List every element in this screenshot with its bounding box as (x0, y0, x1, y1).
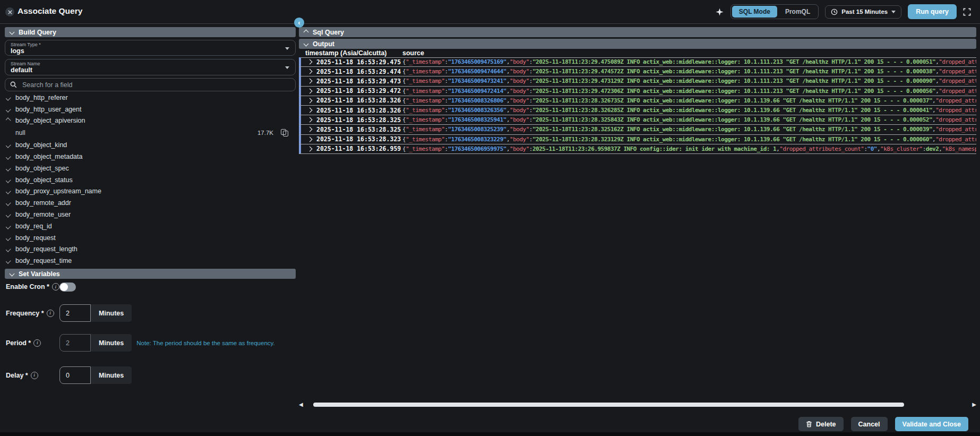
stream-type-select[interactable]: Stream Type * logs (5, 40, 296, 56)
field-item[interactable]: body_req_id (6, 220, 295, 232)
delay-input[interactable] (59, 366, 91, 384)
expand-row-icon[interactable] (307, 136, 313, 142)
copy-icon[interactable] (281, 129, 288, 136)
cancel-button[interactable]: Cancel (851, 417, 888, 431)
fullscreen-icon[interactable] (963, 8, 971, 16)
query-mode-toggle: SQL Mode PromQL (730, 4, 819, 19)
frequency-row: Frequency * i Minutes (6, 304, 132, 322)
output-table-header: timestamp (Asia/Calcutta) source (299, 49, 976, 58)
field-item[interactable]: body_request_time (6, 255, 295, 267)
field-item[interactable]: body_proxy_upstream_name (6, 186, 295, 198)
field-item[interactable]: body_request (6, 232, 295, 244)
field-item[interactable]: body_object_spec (6, 163, 295, 174)
field-search (5, 78, 296, 91)
frequency-input[interactable] (59, 304, 91, 322)
sparkle-icon[interactable] (715, 7, 724, 16)
row-source: {"_timestamp":"1763465008325239","body":… (402, 126, 976, 133)
build-query-header[interactable]: Build Query (5, 27, 296, 37)
period-unit: Minutes (91, 334, 132, 352)
output-row[interactable]: 2025-11-18 16:53:29.474{"_timestamp":"17… (299, 67, 976, 76)
field-item[interactable]: body_remote_user (6, 209, 295, 220)
output-row[interactable]: 2025-11-18 16:53:28.323{"_timestamp":"17… (299, 135, 976, 144)
output-row[interactable]: 2025-11-18 16:53:28.325{"_timestamp":"17… (299, 115, 976, 125)
field-item[interactable]: body_remote_addr (6, 197, 295, 209)
associate-query-dialog: Associate Query SQL Mode PromQL Past 15 … (0, 0, 980, 436)
search-icon (10, 81, 17, 88)
info-icon: i (33, 339, 41, 347)
row-timestamp: 2025-11-18 16:53:29.473 (299, 78, 402, 85)
field-name: body_object_spec (15, 165, 69, 172)
output-row[interactable]: 2025-11-18 16:53:26.959{"_timestamp":"17… (299, 144, 976, 154)
scroll-left-arrow[interactable]: ◀ (299, 401, 303, 408)
field-item[interactable]: body_http_referer (6, 92, 295, 104)
search-input[interactable] (21, 81, 290, 89)
output-title: Output (313, 40, 334, 48)
field-item[interactable]: body_http_user_agent (6, 104, 295, 115)
period-note: Note: The period should be the same as f… (136, 340, 274, 346)
output-row[interactable]: 2025-11-18 16:53:29.475{"_timestamp":"17… (299, 57, 976, 67)
expand-row-icon[interactable] (307, 79, 313, 84)
expand-row-icon[interactable] (307, 98, 313, 103)
delete-button[interactable]: Delete (798, 417, 844, 431)
field-name: body_remote_user (15, 211, 71, 218)
run-query-button[interactable]: Run query (908, 4, 957, 19)
sql-mode-button[interactable]: SQL Mode (732, 6, 777, 18)
source-column-header: source (402, 49, 976, 57)
close-button[interactable] (5, 7, 14, 16)
sql-query-header[interactable]: Sql Query (299, 27, 976, 37)
chevron-down-icon (285, 66, 289, 69)
field-item[interactable]: body_object_metadata (6, 151, 295, 163)
timestamp-column-header: timestamp (Asia/Calcutta) (299, 49, 402, 57)
expand-row-icon[interactable] (307, 88, 313, 93)
info-icon: i (31, 372, 38, 379)
output-row[interactable]: 2025-11-18 16:53:28.325{"_timestamp":"17… (299, 125, 976, 134)
field-item[interactable]: body_request_length (6, 244, 295, 255)
output-row[interactable]: 2025-11-18 16:53:29.472{"_timestamp":"17… (299, 87, 976, 96)
scroll-right-arrow[interactable]: ▶ (972, 401, 976, 408)
enable-cron-toggle[interactable] (59, 283, 76, 292)
expand-row-icon[interactable] (307, 59, 313, 65)
expand-row-icon[interactable] (307, 69, 313, 74)
output-header[interactable]: Output (299, 39, 976, 49)
validate-and-close-button[interactable]: Validate and Close (895, 417, 968, 431)
field-name: body_http_referer (15, 94, 68, 101)
build-query-title: Build Query (19, 29, 56, 36)
expand-row-icon[interactable] (307, 117, 313, 123)
row-source: {"_timestamp":"1763465009472414","body":… (402, 88, 976, 95)
output-row[interactable]: 2025-11-18 16:53:29.473{"_timestamp":"17… (299, 76, 976, 86)
field-name: body_proxy_upstream_name (15, 187, 101, 195)
scrollbar-thumb[interactable] (313, 403, 904, 407)
row-timestamp: 2025-11-18 16:53:28.326 (299, 107, 402, 114)
chevron-down-icon (6, 153, 11, 159)
row-source: {"_timestamp":"1763465009475169","body":… (402, 58, 976, 65)
row-source: {"_timestamp":"1763465008326806","body":… (402, 97, 976, 104)
field-list: body_http_refererbody_http_user_agentbod… (6, 92, 295, 269)
row-source: {"_timestamp":"1763465008323229","body":… (402, 136, 976, 143)
stream-name-select[interactable]: Stream Name default (5, 59, 296, 75)
chevron-down-icon (6, 177, 11, 183)
field-item[interactable]: body_object_apiversion (6, 115, 295, 127)
field-item[interactable]: body_object_status (6, 174, 295, 186)
field-name: body_req_id (15, 223, 52, 230)
field-item[interactable]: body_object_kind (6, 139, 295, 151)
chevron-down-icon (6, 258, 11, 264)
row-timestamp: 2025-11-18 16:53:29.474 (299, 68, 402, 75)
frequency-unit: Minutes (91, 304, 132, 322)
row-source: {"_timestamp":"1763465008326356","body":… (402, 107, 976, 114)
expand-row-icon[interactable] (307, 127, 313, 132)
expand-row-icon[interactable] (307, 108, 313, 113)
output-row[interactable]: 2025-11-18 16:53:28.326{"_timestamp":"17… (299, 96, 976, 106)
promql-mode-button[interactable]: PromQL (778, 6, 817, 18)
set-variables-header[interactable]: Set Variables (5, 269, 296, 279)
stream-name-label: Stream Name (11, 61, 290, 66)
row-source: {"_timestamp":"1763465009473241","body":… (402, 78, 976, 84)
time-range-selector[interactable]: Past 15 Minutes (825, 5, 901, 19)
horizontal-scrollbar: ◀ ▶ (299, 401, 976, 408)
output-row[interactable]: 2025-11-18 16:53:28.326{"_timestamp":"17… (299, 106, 976, 115)
expand-row-icon[interactable] (307, 146, 313, 151)
dialog-footer: Delete Cancel Validate and Close (798, 417, 968, 431)
collapse-panel-button[interactable]: ‹ (294, 18, 304, 28)
field-value-count: 17.7K (257, 130, 273, 136)
chevron-down-icon (285, 47, 289, 50)
chevron-down-icon (6, 200, 11, 206)
